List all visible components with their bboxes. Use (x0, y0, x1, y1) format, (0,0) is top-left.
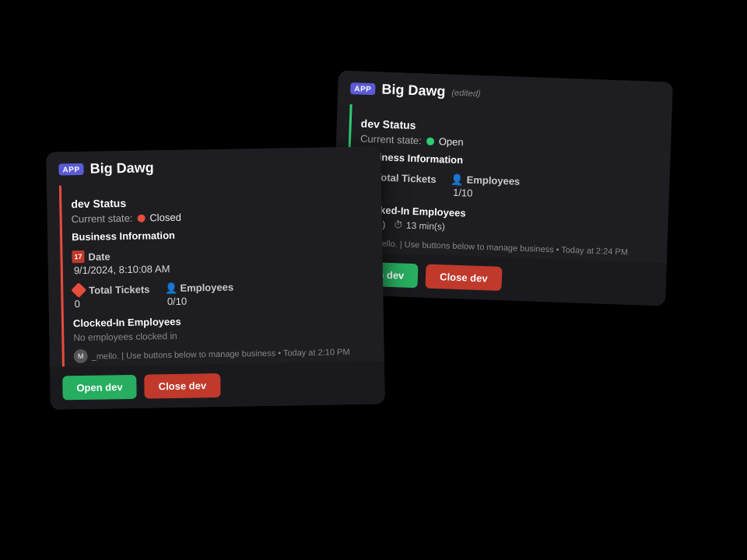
employees-item-front: 👤 Employees 0/10 (165, 282, 233, 308)
date-label-front: 17 Date (72, 249, 170, 263)
date-item-front: 17 Date 9/1/2024, 8:10:08 AM (72, 249, 170, 276)
clocked-title-front: Clocked-In Employees (73, 312, 384, 329)
edited-badge: (edited) (451, 87, 481, 97)
close-dev-button-front[interactable]: Close dev (144, 373, 220, 399)
total-tickets-label-front: Total Tickets (72, 282, 150, 296)
card-front-content: dev Status Current state: Closed Busines… (59, 180, 384, 366)
employees-value-front: 0/10 (166, 295, 234, 308)
info-row2-front: Total Tickets 0 👤 Employees 0/10 (72, 278, 384, 310)
total-tickets-value-front: 0 (72, 296, 150, 310)
total-tickets-item-front: Total Tickets 0 (72, 282, 150, 310)
open-dev-button-front[interactable]: Open dev (62, 375, 137, 401)
card-back-body: dev Status Current state: Open Business … (332, 104, 672, 264)
employees-item-back: 👤 Employees 1/10 (451, 173, 521, 201)
current-state-label-back: Current state: (360, 133, 422, 147)
card-front-body: dev Status Current state: Closed Busines… (47, 180, 384, 366)
footer-text-front: M _mello. | Use buttons below to manage … (74, 344, 384, 363)
state-value-front: Closed (149, 212, 181, 224)
current-state-label-front: Current state: (72, 212, 133, 225)
status-row-front: Current state: Closed (72, 208, 382, 225)
dev-status-title-front: dev Status (71, 192, 381, 210)
ticket-icon-front (72, 284, 85, 296)
card-back-content: dev Status Current state: Open Business … (345, 104, 672, 263)
business-info-title-front: Business Information (72, 226, 382, 243)
clocked-section-front: Clocked-In Employees No employees clocke… (73, 312, 384, 343)
person-icon-back: 👤 (451, 173, 462, 184)
business-info-title-back: Business Information (359, 151, 670, 173)
state-value-back: Open (439, 135, 464, 148)
app-badge-front: APP (58, 163, 83, 176)
employees-label-front: 👤 Employees (165, 282, 233, 295)
clocked-empty-front: No employees clocked in (73, 327, 384, 343)
card-front-title: Big Dawg (89, 159, 153, 177)
card-front: APP Big Dawg dev Status Current state: C… (46, 146, 385, 409)
close-dev-button-back[interactable]: Close dev (426, 264, 502, 291)
person-icon-front: 👤 (165, 282, 176, 293)
diamond-icon-front (71, 282, 86, 298)
info-row-back: Total Tickets 2 👤 Employees 1/10 (359, 170, 670, 207)
time-icon-back: ⏱ (394, 219, 403, 230)
card-front-header: APP Big Dawg (46, 146, 381, 185)
employees-label-back: 👤 Employees (451, 173, 520, 187)
card-front-footer-buttons: Open dev Close dev (50, 361, 385, 409)
app-badge-back: APP (350, 82, 376, 95)
info-row-front: 17 Date 9/1/2024, 8:10:08 AM (72, 245, 383, 276)
status-dot-green (426, 137, 434, 145)
employees-value-back: 1/10 (451, 187, 520, 201)
avatar-front: M (74, 349, 88, 363)
card-back-title: Big Dawg (381, 82, 446, 100)
date-value-front: 9/1/2024, 8:10:08 AM (72, 263, 170, 276)
calendar-icon-front: 17 (72, 250, 84, 263)
status-dot-red (137, 214, 145, 222)
clocked-section-back: Clocked-In Employees cket(s) ⏱ 13 min(s) (357, 204, 668, 240)
